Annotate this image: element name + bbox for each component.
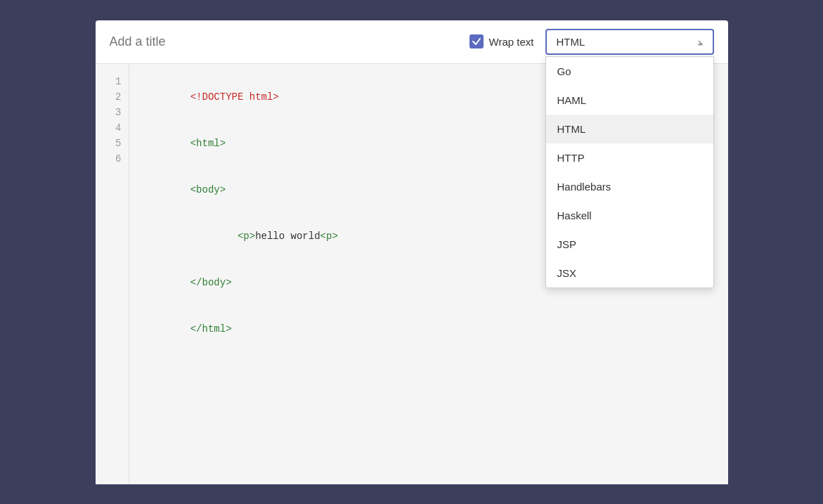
dropdown-item-go[interactable]: Go	[546, 57, 713, 86]
dropdown-item-jsx[interactable]: JSX	[546, 259, 713, 287]
language-dropdown-menu: Go HAML HTML HTTP Handlebars Haskell JSP…	[545, 56, 714, 288]
dropdown-item-http[interactable]: HTTP	[546, 143, 713, 172]
dropdown-item-haml[interactable]: HAML	[546, 86, 713, 115]
code-indent	[190, 231, 238, 242]
language-selector: HTML ⦥ Go HAML HTML HTTP Handlebars Hask…	[545, 29, 714, 55]
dropdown-item-jsp[interactable]: JSP	[546, 230, 713, 259]
line-number-3: 3	[115, 105, 121, 120]
line-number-5: 5	[115, 136, 121, 151]
title-input[interactable]	[110, 34, 458, 49]
code-token-body-close: </body>	[190, 277, 232, 288]
line-number-2: 2	[115, 89, 121, 105]
code-token-text: hello world	[255, 231, 320, 242]
code-token-body-open: <body>	[190, 184, 226, 195]
code-token-html-open: <html>	[190, 138, 226, 149]
line-number-6: 6	[115, 151, 121, 167]
dropdown-item-html[interactable]: HTML	[546, 115, 713, 143]
dropdown-item-haskell[interactable]: Haskell	[546, 201, 713, 230]
wrap-text-area: Wrap text	[469, 34, 534, 49]
wrap-text-checkbox[interactable]	[469, 34, 484, 49]
wrap-text-label: Wrap text	[489, 36, 534, 48]
code-token-html-close: </html>	[190, 323, 232, 335]
line-number-4: 4	[115, 120, 121, 136]
main-container: Wrap text HTML ⦥ Go HAML HTML HTTP Handl…	[96, 20, 728, 484]
code-token-p-close: <p>	[320, 231, 338, 242]
selected-language-label: HTML	[557, 36, 585, 48]
header: Wrap text HTML ⦥ Go HAML HTML HTTP Handl…	[96, 20, 728, 64]
dropdown-item-handlebars[interactable]: Handlebars	[546, 172, 713, 201]
chevron-down-icon: ⦥	[698, 37, 703, 46]
line-numbers: 1 2 3 4 5 6	[96, 64, 129, 484]
line-number-1: 1	[115, 74, 121, 89]
code-line-6: </html>	[143, 306, 714, 352]
code-token-doctype: <!DOCTYPE html>	[190, 91, 279, 103]
language-dropdown-button[interactable]: HTML ⦥	[545, 29, 714, 55]
code-token-p-open: <p>	[238, 231, 255, 242]
